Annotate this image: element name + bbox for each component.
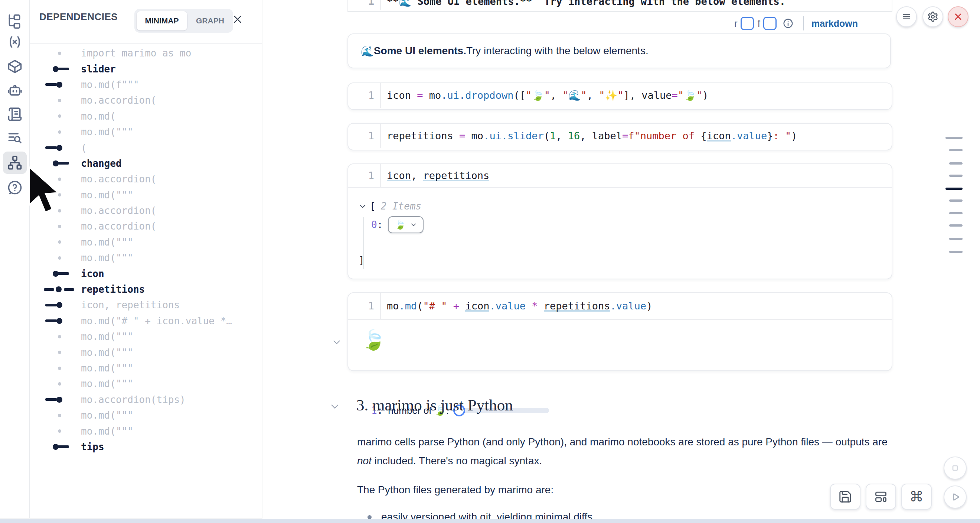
minimap-row[interactable]: mo.accordion( (30, 92, 262, 108)
code-cell-slider[interactable]: 1 repetitions = mo.ui.slider(1, 16, labe… (347, 123, 892, 150)
minimap-row[interactable]: mo.accordion( (30, 171, 262, 187)
cell-node-icon (30, 266, 81, 281)
markdown-cell-editor-clipped[interactable]: 1 **🌊 Some UI elements.** Try interactin… (347, 0, 892, 12)
snippets-search-icon[interactable] (6, 129, 23, 146)
command-palette-button[interactable]: ⌘ (901, 484, 932, 510)
horizontal-scrollbar[interactable] (0, 519, 980, 523)
variables-icon[interactable] (6, 33, 23, 51)
minimap-row[interactable]: mo.md(""" (30, 234, 262, 250)
scroll-mark[interactable] (945, 137, 963, 139)
code-text[interactable]: **🌊 Some UI elements.** Try interacting … (380, 0, 786, 10)
code-cell-tuple-output[interactable]: 1 icon, repetitions [ 2 Items 0 : 🍃 1 : … (347, 163, 892, 279)
ai-assistant-icon[interactable] (6, 81, 23, 99)
cell-code-label: mo.md(""" (81, 410, 133, 421)
bullet-dot (368, 515, 372, 519)
dropdown-value: 🍃 (395, 220, 406, 230)
minimap-row[interactable]: mo.md(""" (30, 250, 262, 266)
cell-node-icon (30, 344, 81, 360)
dependencies-icon[interactable] (6, 154, 23, 171)
tree-header[interactable]: [ 2 Items (359, 201, 421, 212)
code-text[interactable]: mo.md("# " + icon.value * repetitions.va… (380, 293, 652, 319)
cell-code-label: mo.md(""" (81, 426, 133, 437)
scroll-mark[interactable] (949, 251, 963, 253)
minimap-row[interactable]: import marimo as mo (30, 45, 262, 61)
minimap-row[interactable]: mo.md("# " + icon.value *… (30, 313, 262, 329)
scroll-mark[interactable] (949, 224, 963, 226)
info-icon[interactable] (783, 18, 794, 29)
cell-code-label: slider (81, 64, 116, 75)
scroll-mark[interactable] (949, 199, 963, 202)
cell-code-label: mo.accordion( (81, 221, 157, 232)
scroll-mark[interactable] (949, 149, 963, 151)
cell-code-label: icon (81, 268, 104, 279)
view-toggle: MINIMAP GRAPH (134, 9, 233, 33)
minimap-row[interactable]: mo.md( (30, 108, 262, 124)
paragraph-text: included. There's no magical syntax. (372, 455, 542, 467)
cell-node-icon (30, 423, 81, 438)
scroll-mark[interactable] (945, 188, 963, 190)
collapse-output-chevron[interactable] (332, 337, 342, 347)
format-checkbox[interactable] (763, 17, 776, 30)
minimap-row[interactable]: changed (30, 156, 262, 171)
minimap-row[interactable]: icon, repetitions (30, 297, 262, 313)
cell-node-icon (30, 329, 81, 344)
minimap-row[interactable]: mo.accordion( (30, 218, 262, 234)
scroll-mark[interactable] (949, 162, 963, 164)
reactive-checkbox[interactable] (741, 17, 754, 30)
run-button[interactable] (943, 485, 967, 509)
cell-code-label: mo.md(f""" (81, 79, 139, 90)
scroll-mark[interactable] (949, 175, 963, 177)
minimap-row[interactable]: tips (30, 439, 262, 454)
minimap-row[interactable]: slider (30, 61, 262, 77)
panel-close-button[interactable] (229, 11, 246, 27)
minimap-row[interactable]: mo.md(""" (30, 423, 262, 438)
cell-code-label: icon, repetitions (81, 300, 180, 311)
save-button[interactable] (830, 484, 861, 510)
tab-minimap[interactable]: MINIMAP (137, 11, 187, 30)
minimap-row[interactable]: mo.md(""" (30, 376, 262, 392)
minimap-row[interactable]: mo.md(""" (30, 124, 262, 140)
minimap-row[interactable]: repetitions (30, 282, 262, 297)
code-cell-md-output[interactable]: 1 mo.md("# " + icon.value * repetitions.… (347, 292, 892, 371)
tab-graph[interactable]: GRAPH (189, 11, 231, 30)
cell-code-label: mo.md(""" (81, 126, 133, 137)
scroll-mark[interactable] (949, 238, 963, 240)
cell-code-label: ( (81, 142, 87, 153)
minimap-list: import marimo as moslidermo.md(f"""mo.ac… (30, 45, 262, 454)
item-index: 0 (371, 219, 377, 230)
code-text[interactable]: repetitions = mo.ui.slider(1, 16, label=… (380, 124, 797, 148)
collapse-section-chevron[interactable] (329, 401, 340, 411)
stop-button[interactable] (943, 456, 967, 480)
minimap-row[interactable]: icon (30, 266, 262, 281)
file-explorer-icon[interactable] (6, 13, 23, 30)
minimap-row[interactable]: mo.md(f""" (30, 77, 262, 92)
icon-dropdown-select[interactable]: 🍃 (388, 216, 423, 233)
minimap-row[interactable]: ( (30, 140, 262, 155)
cell-code-label: changed (81, 158, 122, 169)
cell-menu-button[interactable] (896, 6, 917, 27)
minimap-row[interactable]: mo.accordion(tips) (30, 392, 262, 408)
layout-button[interactable] (865, 484, 896, 510)
language-badge[interactable]: markdown (811, 18, 858, 29)
settings-button[interactable] (923, 6, 943, 27)
cell-code-label: mo.accordion( (81, 174, 157, 185)
scroll-mark[interactable] (949, 212, 963, 214)
help-icon[interactable] (6, 179, 23, 196)
cell-node-icon (30, 45, 81, 61)
packages-icon[interactable] (6, 58, 23, 75)
minimap-row[interactable]: mo.md(""" (30, 360, 262, 376)
section-heading: 3. marimo is just Python (356, 396, 513, 414)
minimap-row[interactable]: mo.accordion( (30, 203, 262, 218)
minimap-row[interactable]: mo.md(""" (30, 329, 262, 344)
code-text[interactable]: icon, repetitions (380, 164, 489, 187)
minimap-row[interactable]: mo.md(""" (30, 408, 262, 423)
cell-code-label: import marimo as mo (81, 48, 191, 59)
minimap-row[interactable]: mo.md(""" (30, 344, 262, 360)
minimap-row[interactable]: mo.md(""" (30, 187, 262, 203)
code-text[interactable]: icon = mo.ui.dropdown(["🍃", "🌊", "✨"], v… (380, 83, 708, 108)
shutdown-button[interactable] (948, 6, 969, 27)
logs-icon[interactable] (6, 105, 23, 122)
code-cell-dropdown[interactable]: 1 icon = mo.ui.dropdown(["🍃", "🌊", "✨"],… (347, 83, 892, 110)
cell-code-label: mo.accordion(tips) (81, 394, 186, 405)
cell-node-icon (30, 218, 81, 234)
